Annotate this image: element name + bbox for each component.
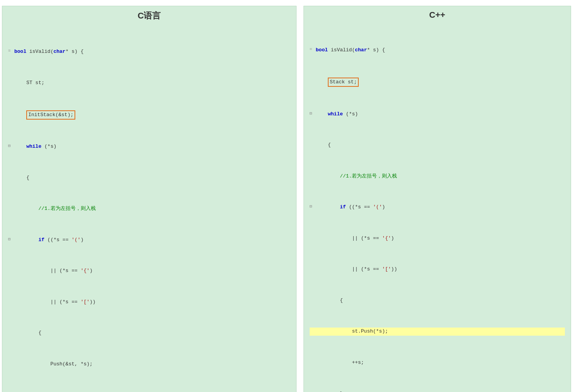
r-line-content-6: if ((*s == '(') bbox=[316, 203, 565, 211]
r-line-7: || (*s == '{') bbox=[310, 235, 565, 242]
r-line-content-7: || (*s == '{') bbox=[316, 235, 565, 242]
r-line-1: = bool isValid(char* s) { bbox=[310, 46, 565, 54]
r-line-4: { bbox=[310, 141, 565, 149]
r-line-content-3: while (*s) bbox=[316, 110, 565, 118]
marker-eq-left: = bbox=[8, 48, 13, 54]
r-line-content-2: Stack st; bbox=[316, 78, 565, 87]
line-content-5: { bbox=[14, 174, 290, 182]
r-line-8: || (*s == '[')) bbox=[310, 265, 565, 273]
r-line-content-1: bool isValid(char* s) { bbox=[316, 46, 565, 54]
left-panel-title: C语言 bbox=[8, 10, 290, 22]
right-code-block: = bool isValid(char* s) { Stack st; ⊟ wh… bbox=[310, 23, 565, 392]
right-panel-title: C++ bbox=[310, 10, 565, 20]
line-8: || (*s == '{') bbox=[8, 267, 290, 275]
line-9: || (*s == '[')) bbox=[8, 298, 290, 306]
marker-7: ⊟ bbox=[8, 236, 13, 243]
line-content-3: InitStack(&st); bbox=[14, 110, 290, 120]
panel-divider bbox=[298, 4, 302, 392]
highlight-initstack: InitStack(&st); bbox=[26, 110, 75, 120]
r-line-3: ⊟ while (*s) bbox=[310, 110, 565, 118]
line-3: InitStack(&st); bbox=[8, 110, 290, 120]
r-line-9: { bbox=[310, 297, 565, 304]
line-10: { bbox=[8, 329, 290, 337]
r-line-content-5: //1.若为左括号，则入栈 bbox=[316, 172, 565, 180]
line-content-6: //1.若为左括号，则入栈 bbox=[14, 205, 290, 213]
line-1: = bool isValid(char* s) { bbox=[8, 48, 290, 56]
line-4: ⊟ while (*s) bbox=[8, 143, 290, 150]
line-11: Push(&st, *s); bbox=[8, 360, 290, 368]
r-marker-3: ⊟ bbox=[310, 110, 314, 117]
line-content-11: Push(&st, *s); bbox=[14, 360, 290, 368]
r-line-content-12: } bbox=[316, 390, 565, 392]
r-line-5: //1.若为左括号，则入栈 bbox=[310, 172, 565, 180]
line-content-7: if ((*s == '(') bbox=[14, 236, 290, 244]
line-content-8: || (*s == '{') bbox=[14, 267, 290, 275]
r-line-content-11: ++s; bbox=[316, 359, 565, 367]
left-code-block: = bool isValid(char* s) { ST st; InitSta… bbox=[8, 25, 290, 392]
marker-4: ⊟ bbox=[8, 143, 13, 149]
r-highlight-stack: Stack st; bbox=[328, 78, 359, 87]
r-line-10: st.Push(*s); bbox=[310, 328, 565, 335]
right-panel: C++ = bool isValid(char* s) { Stack st; … bbox=[303, 6, 571, 392]
line-7: ⊟ if ((*s == '(') bbox=[8, 236, 290, 244]
r-line-6: ⊟ if ((*s == '(') bbox=[310, 203, 565, 211]
r-line-content-4: { bbox=[316, 141, 565, 149]
left-panel: C语言 = bool isValid(char* s) { ST st; Ini… bbox=[2, 6, 297, 392]
line-content-1: bool isValid(char* s) { bbox=[14, 48, 290, 56]
line-6: //1.若为左括号，则入栈 bbox=[8, 205, 290, 213]
r-line-content-10: st.Push(*s); bbox=[316, 328, 565, 335]
line-2: ST st; bbox=[8, 79, 290, 87]
r-line-content-9: { bbox=[316, 297, 565, 304]
line-content-4: while (*s) bbox=[14, 143, 290, 150]
line-content-2: ST st; bbox=[14, 79, 290, 87]
line-5: { bbox=[8, 174, 290, 182]
r-marker-eq: = bbox=[310, 46, 314, 53]
line-content-9: || (*s == '[')) bbox=[14, 298, 290, 306]
r-line-11: ++s; bbox=[310, 359, 565, 367]
line-content-10: { bbox=[14, 329, 290, 337]
main-container: C语言 = bool isValid(char* s) { ST st; Ini… bbox=[0, 0, 573, 392]
r-marker-6: ⊟ bbox=[310, 203, 314, 210]
r-line-2: Stack st; bbox=[310, 78, 565, 87]
r-line-12: } bbox=[310, 390, 565, 392]
r-line-content-8: || (*s == '[')) bbox=[316, 265, 565, 273]
